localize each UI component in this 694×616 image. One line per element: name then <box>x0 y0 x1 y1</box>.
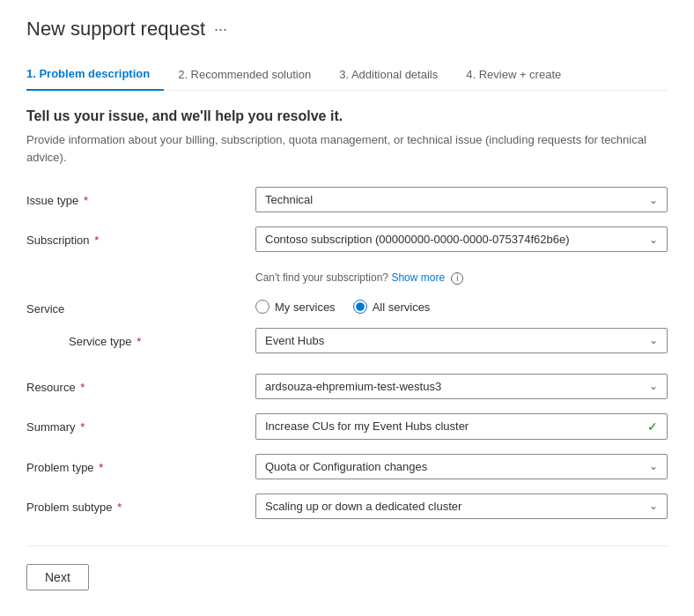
issue-type-chevron-icon: ⌄ <box>649 194 658 206</box>
wizard-steps: 1. Problem description 2. Recommended so… <box>26 58 668 91</box>
service-row: Service My services All services <box>26 299 668 315</box>
section-subtext: Provide information about your billing, … <box>26 131 668 166</box>
resource-row: Resource * ardsouza-ehpremium-test-westu… <box>26 374 668 399</box>
subscription-required: * <box>92 234 100 247</box>
service-type-chevron-icon: ⌄ <box>649 334 658 346</box>
service-type-control: Event Hubs ⌄ <box>255 328 668 353</box>
problem-type-chevron-icon: ⌄ <box>649 460 658 472</box>
problem-subtype-label: Problem subtype * <box>26 494 255 514</box>
resource-dropdown[interactable]: ardsouza-ehpremium-test-westus3 ⌄ <box>255 374 668 399</box>
footer: Next <box>26 564 668 590</box>
service-type-row: Service type * Event Hubs ⌄ <box>62 328 668 360</box>
wizard-step-additional-details[interactable]: 3. Additional details <box>325 59 452 90</box>
subscription-help-row: Can't find your subscription? Show more … <box>26 266 668 285</box>
service-my-services-option[interactable]: My services <box>255 300 336 314</box>
issue-type-label: Issue type * <box>26 187 255 207</box>
summary-label: Summary * <box>26 413 255 434</box>
summary-dropdown[interactable]: Increase CUs for my Event Hubs cluster ✓ <box>255 413 668 440</box>
problem-subtype-dropdown[interactable]: Scaling up or down a dedicated cluster ⌄ <box>255 494 668 519</box>
subscription-label: Subscription * <box>26 226 255 247</box>
problem-type-control: Quota or Configuration changes ⌄ <box>255 454 668 479</box>
problem-type-dropdown[interactable]: Quota or Configuration changes ⌄ <box>255 454 668 479</box>
summary-row: Summary * Increase CUs for my Event Hubs… <box>26 413 668 440</box>
subscription-dropdown[interactable]: Contoso subscription (00000000-0000-0000… <box>255 226 668 252</box>
service-all-services-option[interactable]: All services <box>353 300 431 314</box>
problem-subtype-control: Scaling up or down a dedicated cluster ⌄ <box>255 494 668 519</box>
subscription-help-text: Can't find your subscription? Show more … <box>255 271 463 285</box>
summary-control: Increase CUs for my Event Hubs cluster ✓ <box>255 413 668 440</box>
resource-control: ardsouza-ehpremium-test-westus3 ⌄ <box>255 374 668 399</box>
resource-label: Resource * <box>26 374 255 394</box>
wizard-step-recommended-solution[interactable]: 2. Recommended solution <box>164 59 325 90</box>
subscription-row: Subscription * Contoso subscription (000… <box>26 226 668 252</box>
problem-type-label: Problem type * <box>26 454 255 474</box>
subscription-chevron-icon: ⌄ <box>649 234 658 246</box>
page-title: New support request <box>26 18 205 41</box>
summary-check-icon: ✓ <box>647 419 658 434</box>
bottom-divider <box>26 545 668 546</box>
resource-chevron-icon: ⌄ <box>649 380 658 392</box>
problem-subtype-row: Problem subtype * Scaling up or down a d… <box>26 494 668 519</box>
problem-subtype-required: * <box>114 501 122 514</box>
service-radio-group: My services All services <box>255 300 430 314</box>
problem-subtype-chevron-icon: ⌄ <box>649 500 658 512</box>
service-my-services-radio[interactable] <box>255 300 269 314</box>
problem-type-required: * <box>96 461 104 474</box>
wizard-step-problem-description[interactable]: 1. Problem description <box>26 58 164 91</box>
next-button[interactable]: Next <box>26 564 89 590</box>
subscription-control: Contoso subscription (00000000-0000-0000… <box>255 226 668 252</box>
page-header: New support request ··· <box>26 18 668 41</box>
service-label: Service <box>26 299 255 315</box>
more-options-icon[interactable]: ··· <box>214 20 227 39</box>
issue-type-row: Issue type * Technical ⌄ <box>26 187 668 212</box>
service-type-dropdown[interactable]: Event Hubs ⌄ <box>255 328 668 353</box>
service-all-services-radio[interactable] <box>353 300 367 314</box>
form-section: Issue type * Technical ⌄ Subscription * … <box>26 187 668 519</box>
subscription-info-icon[interactable]: i <box>451 272 463 285</box>
service-type-required: * <box>134 335 142 348</box>
wizard-step-review-create[interactable]: 4. Review + create <box>452 59 575 90</box>
issue-type-required: * <box>80 194 88 207</box>
resource-required: * <box>78 381 85 394</box>
issue-type-control: Technical ⌄ <box>255 187 668 212</box>
problem-type-row: Problem type * Quota or Configuration ch… <box>26 454 668 479</box>
summary-required: * <box>78 420 85 434</box>
show-more-link[interactable]: Show more <box>391 271 445 284</box>
issue-type-dropdown[interactable]: Technical ⌄ <box>255 187 668 212</box>
section-heading: Tell us your issue, and we'll help you r… <box>26 108 668 124</box>
